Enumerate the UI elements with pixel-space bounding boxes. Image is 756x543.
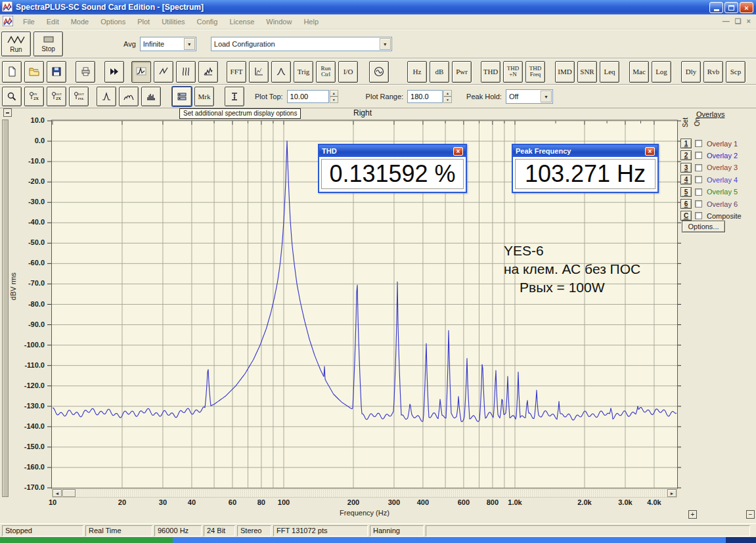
narrowband-button[interactable] bbox=[271, 61, 291, 83]
zoom-in-2x-button[interactable]: IN2X bbox=[24, 87, 44, 106]
run-control-button[interactable]: RunCtrl bbox=[316, 61, 336, 83]
units-hz-button[interactable]: Hz bbox=[407, 61, 427, 83]
menu-item-window[interactable]: Window bbox=[260, 16, 298, 28]
zoom-button[interactable] bbox=[2, 87, 22, 106]
collapse-panel-button[interactable] bbox=[3, 108, 12, 117]
menu-item-config[interactable]: Config bbox=[191, 16, 224, 28]
close-button[interactable]: × bbox=[740, 2, 753, 13]
delay-button[interactable]: Dly bbox=[681, 61, 701, 83]
trigger-button[interactable]: Trig bbox=[294, 61, 313, 83]
scroll-left-icon[interactable]: ◄ bbox=[53, 489, 62, 497]
overlay-set-button-2[interactable]: 2 bbox=[680, 150, 692, 160]
run-button[interactable]: Run bbox=[1, 32, 31, 56]
scrollbar-thumb[interactable] bbox=[62, 489, 76, 497]
mdi-close-icon[interactable]: × bbox=[747, 17, 751, 26]
plot-range-spinner[interactable]: ▲▼ bbox=[443, 90, 452, 103]
overlay-set-button-6[interactable]: 6 bbox=[680, 199, 692, 209]
overlay-on-checkbox-1[interactable] bbox=[695, 140, 702, 147]
logging-button[interactable]: Log bbox=[652, 61, 671, 83]
fast-forward-button[interactable] bbox=[104, 61, 124, 83]
macro-button[interactable]: Mac bbox=[629, 61, 649, 83]
close-icon[interactable]: × bbox=[645, 147, 655, 156]
peak-hold-combo[interactable]: Off ▼ bbox=[506, 89, 553, 104]
overlay-set-button-c[interactable]: C bbox=[680, 211, 692, 221]
spectrum-view-button[interactable] bbox=[131, 61, 151, 83]
thd-plus-n-button[interactable]: THD+N bbox=[503, 61, 523, 83]
plot-range-input[interactable] bbox=[407, 90, 443, 103]
restore-button[interactable] bbox=[724, 2, 738, 13]
expand-plot-icon[interactable]: + bbox=[688, 510, 697, 519]
menu-item-file[interactable]: File bbox=[17, 16, 41, 28]
thd-button[interactable]: THD bbox=[481, 61, 500, 83]
zoom-out-full-button[interactable]: OUTFULL bbox=[69, 87, 89, 106]
scale-settings-button[interactable] bbox=[249, 61, 269, 83]
io-device-button[interactable]: I/O bbox=[338, 61, 358, 83]
spinner-down-icon[interactable]: ▼ bbox=[443, 97, 452, 103]
display-options-button[interactable] bbox=[172, 87, 192, 106]
print-button[interactable] bbox=[76, 61, 95, 83]
spinner-up-icon[interactable]: ▲ bbox=[330, 90, 338, 97]
plot-top-input[interactable] bbox=[287, 90, 329, 103]
menu-item-plot[interactable]: Plot bbox=[131, 16, 156, 28]
chevron-down-icon[interactable]: ▼ bbox=[380, 38, 391, 50]
save-button[interactable] bbox=[47, 61, 66, 83]
menu-item-edit[interactable]: Edit bbox=[41, 16, 65, 28]
menu-item-license[interactable]: License bbox=[223, 16, 260, 28]
reverb-button[interactable]: Rvb bbox=[703, 61, 723, 83]
horizontal-scrollbar[interactable]: ◄ ► bbox=[52, 489, 677, 498]
bar-display-button[interactable] bbox=[141, 87, 161, 106]
overlay-row: 4Overlay 4 bbox=[680, 174, 738, 185]
overlay-label: Overlay 1 bbox=[707, 140, 738, 148]
overlay-on-checkbox-c[interactable] bbox=[695, 212, 702, 219]
snr-button[interactable]: SNR bbox=[577, 61, 597, 83]
overlay-set-button-4[interactable]: 4 bbox=[680, 175, 692, 185]
signal-generator-button[interactable] bbox=[369, 61, 389, 83]
peak-curve-button[interactable] bbox=[97, 87, 116, 106]
scroll-right-icon[interactable]: ► bbox=[667, 489, 677, 497]
overlay-set-button-5[interactable]: 5 bbox=[680, 187, 692, 197]
plot-top-spinner[interactable]: ▲▼ bbox=[330, 90, 338, 103]
overlay-on-checkbox-5[interactable] bbox=[695, 188, 702, 196]
scope-button[interactable]: Scp bbox=[726, 61, 745, 83]
units-pwr-button[interactable]: Pwr bbox=[452, 61, 472, 83]
menu-item-mode[interactable]: Mode bbox=[65, 16, 95, 28]
marker-button[interactable]: Mrk bbox=[194, 87, 214, 106]
new-file-button[interactable] bbox=[2, 61, 22, 83]
spinner-up-icon[interactable]: ▲ bbox=[443, 90, 452, 97]
leq-button[interactable]: Leq bbox=[600, 61, 619, 83]
surface-view-button[interactable] bbox=[198, 61, 218, 83]
avg-combo[interactable]: Infinite ▼ bbox=[140, 37, 196, 51]
stop-button[interactable]: Stop bbox=[33, 32, 63, 56]
overlay-on-checkbox-6[interactable] bbox=[695, 200, 702, 207]
open-file-button[interactable] bbox=[24, 61, 44, 83]
overlay-set-button-1[interactable]: 1 bbox=[680, 139, 692, 148]
chevron-down-icon[interactable]: ▼ bbox=[541, 91, 552, 102]
smooth-curve-button[interactable] bbox=[119, 87, 139, 106]
shrink-plot-icon[interactable]: − bbox=[746, 510, 755, 519]
spectrogram-view-button[interactable] bbox=[176, 61, 196, 83]
imd-button[interactable]: IMD bbox=[555, 61, 575, 83]
load-configuration-combo[interactable]: Load Configuration ▼ bbox=[211, 37, 392, 51]
menu-item-options[interactable]: Options bbox=[95, 16, 131, 28]
menu-item-help[interactable]: Help bbox=[298, 16, 324, 28]
cursor-readout-button[interactable] bbox=[225, 87, 244, 106]
vertical-splitter[interactable] bbox=[2, 119, 9, 497]
chevron-down-icon[interactable]: ▼ bbox=[184, 38, 195, 50]
overlay-set-button-3[interactable]: 3 bbox=[680, 163, 692, 173]
fft-settings-button[interactable]: FFT bbox=[227, 61, 246, 83]
mdi-minimize-icon[interactable]: — bbox=[723, 17, 730, 26]
status-cell bbox=[426, 525, 750, 536]
overlay-on-checkbox-3[interactable] bbox=[695, 164, 702, 171]
spinner-down-icon[interactable]: ▼ bbox=[330, 97, 338, 103]
mdi-restore-icon[interactable]: ❏ bbox=[735, 17, 742, 26]
overlay-on-checkbox-4[interactable] bbox=[695, 176, 702, 183]
overlay-on-checkbox-2[interactable] bbox=[695, 152, 702, 159]
overlays-options-button[interactable]: Options... bbox=[682, 221, 725, 232]
units-db-button[interactable]: dB bbox=[430, 61, 449, 83]
zoom-out-2x-button[interactable]: OUT2X bbox=[47, 87, 66, 106]
close-icon[interactable]: × bbox=[453, 147, 463, 156]
thd-freq-button[interactable]: THDFreq bbox=[525, 61, 545, 83]
menu-item-utilities[interactable]: Utilities bbox=[156, 16, 190, 28]
minimize-button[interactable] bbox=[709, 2, 723, 13]
waveform-view-button[interactable] bbox=[154, 61, 173, 83]
